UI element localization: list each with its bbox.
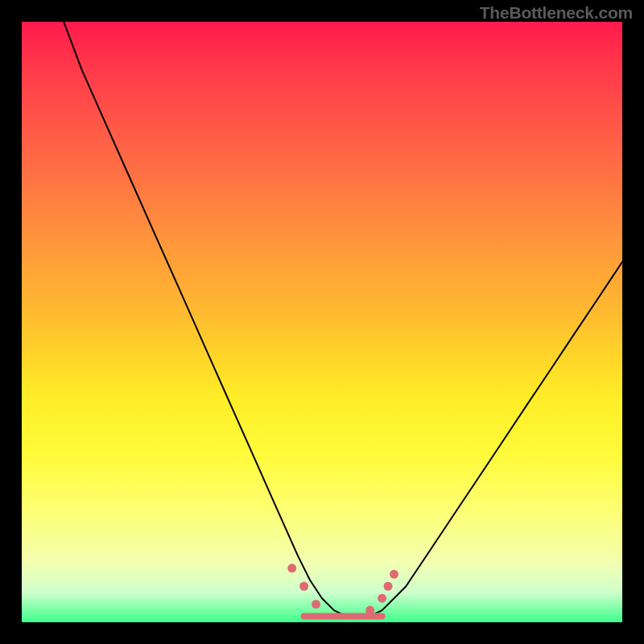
marker-dot [378,594,386,603]
marker-dot [312,600,320,609]
marker-dot [299,582,308,591]
chart-frame: TheBottleneck.com [0,0,644,644]
marker-dot [390,570,398,579]
marker-dot [365,606,374,615]
marker-dot [287,564,296,572]
bottleneck-curve [64,22,622,617]
watermark-text: TheBottleneck.com [480,3,633,23]
marker-dot [384,582,393,591]
marker-group [287,564,398,614]
curve-layer [22,22,622,622]
